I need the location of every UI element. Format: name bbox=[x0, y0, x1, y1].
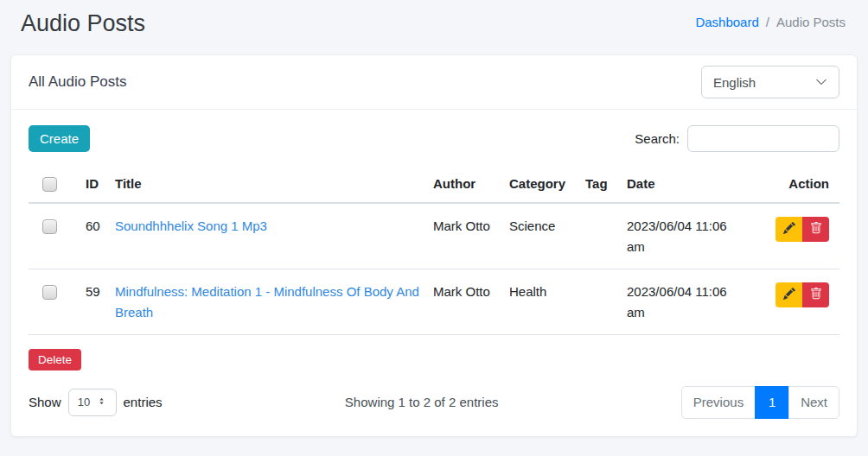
column-header-action: Action bbox=[736, 165, 839, 203]
card-title: All Audio Posts bbox=[29, 73, 126, 91]
bulk-delete-button[interactable]: Delete bbox=[29, 349, 81, 370]
trash-icon bbox=[810, 222, 822, 237]
row-title-link[interactable]: Mindfulness: Meditation 1 - Mindfulness … bbox=[115, 284, 419, 320]
delete-row-button[interactable] bbox=[802, 282, 829, 307]
row-category: Science bbox=[502, 203, 578, 269]
row-checkbox[interactable] bbox=[42, 285, 57, 300]
row-title-link[interactable]: Soundhhhelix Song 1 Mp3 bbox=[115, 218, 267, 233]
pagination: Previous 1 Next bbox=[681, 386, 839, 419]
card-body: Create Search: ID Title Author Category … bbox=[11, 110, 857, 436]
table-row: 59 Mindfulness: Meditation 1 - Mindfulne… bbox=[29, 269, 839, 334]
row-author: Mark Otto bbox=[426, 269, 502, 334]
column-header-id: ID bbox=[79, 165, 108, 203]
search-input[interactable] bbox=[687, 125, 839, 152]
column-header-date: Date bbox=[620, 165, 736, 203]
select-all-checkbox[interactable] bbox=[42, 177, 57, 192]
breadcrumb-separator: / bbox=[766, 15, 769, 29]
audio-posts-card: All Audio Posts English Create Search: I… bbox=[10, 54, 858, 437]
row-date: 2023/06/04 11:06 am bbox=[620, 269, 736, 334]
search-area: Search: bbox=[635, 125, 839, 152]
content-header: Audio Posts Dashboard / Audio Posts bbox=[0, 0, 868, 54]
breadcrumb: Dashboard / Audio Posts bbox=[695, 15, 846, 29]
row-author: Mark Otto bbox=[426, 203, 502, 269]
page-size-value: 10 bbox=[78, 396, 90, 408]
row-id: 60 bbox=[79, 203, 108, 269]
create-button[interactable]: Create bbox=[29, 125, 90, 152]
row-actions bbox=[775, 282, 829, 307]
pencil-icon bbox=[783, 288, 795, 302]
show-entries: Show 10 entries bbox=[29, 389, 163, 416]
chevron-down-icon bbox=[815, 75, 827, 90]
show-label: Show bbox=[29, 395, 61, 409]
page-size-select[interactable]: 10 bbox=[68, 389, 117, 416]
edit-button[interactable] bbox=[775, 282, 802, 307]
entries-label: entries bbox=[124, 395, 163, 409]
pagination-page-1[interactable]: 1 bbox=[755, 386, 789, 419]
table-footer: Show 10 entries Showing 1 to 2 of 2 entr… bbox=[29, 386, 839, 419]
table-header-row: ID Title Author Category Tag Date Action bbox=[29, 165, 839, 203]
table-info: Showing 1 to 2 of 2 entries bbox=[345, 395, 499, 409]
language-select-value: English bbox=[713, 75, 756, 90]
up-down-arrows-icon bbox=[97, 396, 106, 409]
row-checkbox[interactable] bbox=[42, 219, 57, 234]
audio-posts-table: ID Title Author Category Tag Date Action… bbox=[29, 165, 839, 335]
search-label: Search: bbox=[635, 131, 680, 146]
column-header-tag: Tag bbox=[578, 165, 620, 203]
column-header-category: Category bbox=[502, 165, 578, 203]
edit-button[interactable] bbox=[775, 217, 802, 242]
row-actions bbox=[775, 217, 829, 242]
table-row: 60 Soundhhhelix Song 1 Mp3 Mark Otto Sci… bbox=[29, 203, 839, 269]
row-tag bbox=[578, 203, 620, 269]
pagination-previous[interactable]: Previous bbox=[681, 386, 756, 419]
trash-icon bbox=[810, 288, 822, 302]
row-category: Health bbox=[502, 269, 578, 334]
language-select[interactable]: English bbox=[701, 66, 839, 98]
pencil-icon bbox=[783, 222, 795, 237]
pagination-next[interactable]: Next bbox=[788, 386, 839, 419]
page-title: Audio Posts bbox=[21, 9, 145, 39]
delete-row-button[interactable] bbox=[802, 217, 829, 242]
row-id: 59 bbox=[79, 269, 108, 334]
breadcrumb-dashboard-link[interactable]: Dashboard bbox=[695, 15, 758, 29]
row-tag bbox=[578, 269, 620, 334]
column-header-title: Title bbox=[108, 165, 426, 203]
card-header: All Audio Posts English bbox=[11, 55, 857, 110]
breadcrumb-current: Audio Posts bbox=[776, 15, 846, 29]
toolbar: Create Search: bbox=[29, 125, 839, 152]
column-header-author: Author bbox=[426, 165, 502, 203]
row-date: 2023/06/04 11:06 am bbox=[620, 203, 736, 269]
